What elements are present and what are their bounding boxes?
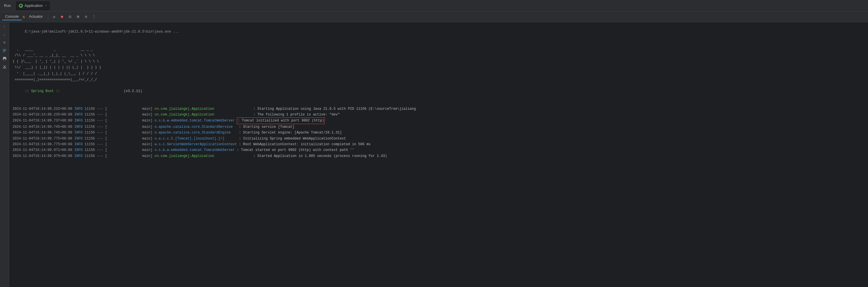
log-row-8: 2024-11-04T16:14:09.971+08:00 INFO 11156… (9, 147, 868, 153)
app-tab-title: Application (25, 3, 43, 8)
log-row-2: 2024-11-04T16:14:09.235+08:00 INFO 11156… (9, 112, 868, 117)
blank-line-1 (9, 40, 868, 47)
side-icons: ↑ ↓ ≡ (0, 22, 9, 287)
svg-rect-8 (3, 68, 6, 68)
app-tab-icon (19, 4, 23, 8)
run-label: Run (2, 3, 12, 8)
log-row-7: 2024-11-04T16:14:09.775+08:00 INFO 11156… (9, 142, 868, 147)
cmd-line: E:\java-jdk\bellsoft-jdk21.0.5+11-window… (9, 24, 868, 40)
scroll-down-icon[interactable]: ↓ (1, 31, 8, 38)
svg-rect-2 (3, 52, 5, 52)
tab-close-button[interactable]: × (45, 4, 47, 7)
screenshot-button[interactable]: ⊡ (67, 13, 73, 20)
svg-rect-0 (3, 49, 6, 50)
more-button[interactable]: ⋮ (91, 13, 97, 20)
console-tab[interactable]: Console (2, 13, 22, 20)
app-tab-icon-inner (20, 5, 22, 6)
svg-rect-7 (5, 58, 6, 59)
actuator-tab-group: ↻ Actuator (23, 13, 46, 20)
spring-art-6: =========|_|===============|___/=/_/_/_/ (9, 77, 868, 83)
log-row-3: 2024-11-04T16:14:09.737+08:00 INFO 11156… (9, 117, 868, 124)
spring-boot-label-line: :: Spring Boot :: (v3.2.11) (9, 83, 868, 100)
log-row-9: 2024-11-04T16:14:09.975+08:00 INFO 11156… (9, 153, 868, 159)
toolbar: Console ↻ Actuator ↺ ■ ⊡ ⊞ ⊙ ⋮ (0, 11, 868, 22)
layout-button[interactable]: ⊞ (74, 13, 82, 20)
spring-boot-label: :: Spring Boot :: (25, 89, 60, 93)
actuator-tab[interactable]: Actuator (26, 13, 46, 20)
print-icon[interactable] (1, 55, 8, 62)
spring-boot-version: (v3.2.11) (60, 89, 142, 93)
toolbar-separator (48, 14, 48, 20)
settings-button[interactable]: ⊙ (83, 13, 89, 20)
blank-line-2 (9, 100, 868, 106)
console-output[interactable]: E:\java-jdk\bellsoft-jdk21.0.5+11-window… (9, 22, 868, 287)
scroll-up-icon[interactable]: ↑ (1, 24, 8, 30)
spring-art-4: \\/ ___) | |_)| | | | | || (_| | ) ) ) ) (9, 65, 868, 70)
spring-art-1: . ____ _ __ _ _ (9, 47, 868, 53)
main-layout: ↑ ↓ ≡ (0, 22, 868, 287)
actuator-icon: ↻ (23, 15, 25, 19)
rerun-button[interactable]: ↺ (51, 13, 57, 20)
spring-art-3: ( ( )\___ | '_ | '_| | '_ \/ _` | \ \ \ … (9, 59, 868, 65)
title-bar: Run Application × (0, 0, 868, 11)
stop-button[interactable]: ■ (59, 13, 65, 20)
log-row-4: 2024-11-04T16:14:09.745+08:00 INFO 11156… (9, 124, 868, 130)
log-row-6: 2024-11-04T16:14:09.775+08:00 INFO 11156… (9, 136, 868, 142)
svg-rect-5 (3, 59, 6, 60)
application-tab[interactable]: Application × (16, 1, 50, 10)
filter-icon[interactable]: ≡ (1, 39, 8, 46)
log-row-5: 2024-11-04T16:14:09.745+08:00 INFO 11156… (9, 130, 868, 136)
wrap-icon[interactable] (1, 48, 8, 54)
spring-art-2: /\\ / ___'_ __ _ _(_)_ __ __ _ \ \ \ \ (9, 53, 868, 59)
highlighted-message: : Tomcat initialized with port 9002 (htt… (237, 117, 325, 124)
log-row-1: 2024-11-04T16:14:09.232+08:00 INFO 11156… (9, 106, 868, 112)
svg-rect-3 (3, 57, 6, 58)
clear-icon[interactable] (1, 63, 8, 70)
spring-art-5: ' |____| .__|_| |_|_| |_\__, | / / / / (9, 71, 868, 77)
